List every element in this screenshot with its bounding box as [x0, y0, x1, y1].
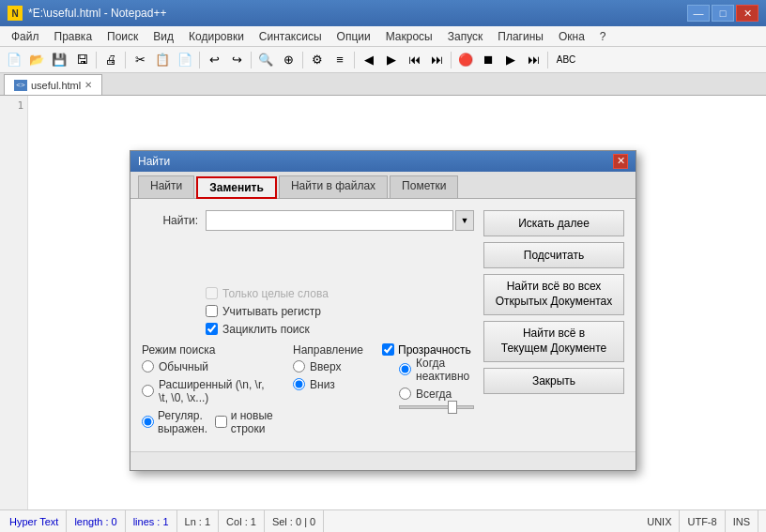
tab-label: useful.html [31, 80, 81, 91]
minimize-button[interactable]: — [687, 5, 710, 22]
menu-windows[interactable]: Окна [551, 28, 592, 45]
copy-button[interactable]: 📋 [152, 50, 173, 70]
menu-syntax[interactable]: Синтаксисы [252, 28, 329, 45]
save-button[interactable]: 💾 [49, 50, 69, 70]
find-row: Найти: ▼ [142, 210, 474, 231]
save-all-button[interactable]: 🖫 [71, 50, 92, 70]
dialog-titlebar: Найти ✕ [130, 151, 636, 172]
menu-options[interactable]: Опции [329, 28, 378, 45]
direction-up-radio[interactable] [293, 360, 305, 372]
last-button[interactable]: ⏭ [426, 50, 447, 70]
close-dialog-button[interactable]: Закрыть [483, 368, 624, 394]
dialog-tab-replace[interactable]: Заменить [196, 176, 277, 199]
search-extended-row: Расширенный (\n, \r, \t, \0, \x...) [142, 378, 274, 404]
dialog-content: Найти: ▼ Только целые слова [130, 199, 636, 451]
dialog-close-button[interactable]: ✕ [613, 154, 628, 169]
whole-words-row: Только целые слова [206, 287, 474, 300]
first-button[interactable]: ⏮ [404, 50, 424, 70]
undo-button[interactable]: ↩ [204, 50, 224, 70]
transparency-slider-track [399, 405, 474, 409]
prev-button[interactable]: ◀ [359, 50, 379, 70]
direction-title: Направление [293, 343, 363, 357]
menu-search[interactable]: Поиск [100, 28, 146, 45]
close-button[interactable]: ✕ [736, 5, 758, 22]
menu-view[interactable]: Вид [146, 28, 181, 45]
menu-bar: Файл Правка Поиск Вид Кодировки Синтакси… [0, 26, 766, 47]
toolbar-sep-7 [451, 52, 452, 68]
find-dropdown-button[interactable]: ▼ [455, 210, 474, 231]
new-file-button[interactable]: 📄 [4, 50, 24, 70]
toolbar-sep-3 [199, 52, 200, 68]
search-extended-radio[interactable] [142, 385, 154, 397]
paste-button[interactable]: 📄 [175, 50, 195, 70]
zoom-button[interactable]: ⊕ [278, 50, 299, 70]
search-next-button[interactable]: Искать далее [483, 210, 624, 236]
record-button[interactable]: 🔴 [455, 50, 476, 70]
menu-macros[interactable]: Макросы [378, 28, 440, 45]
toolbar-sep-1 [96, 52, 97, 68]
find-input[interactable] [206, 210, 453, 231]
dialog-tab-find-in-files[interactable]: Найти в файлах [279, 175, 388, 198]
run-macro-button[interactable]: ⏭ [523, 50, 544, 70]
toolbar-sep-5 [302, 52, 303, 68]
search-mode-group: Режим поиска Обычный Расширенный (\n, \r… [142, 343, 274, 440]
count-button[interactable]: Подсчитать [483, 242, 624, 268]
search-normal-label: Обычный [159, 360, 208, 373]
transparency-checkbox[interactable] [382, 343, 394, 356]
direction-down-row: Вниз [293, 378, 363, 391]
search-normal-radio[interactable] [142, 360, 154, 372]
menu-encoding[interactable]: Кодировки [181, 28, 252, 45]
menu-file[interactable]: Файл [4, 28, 47, 45]
toolbar-sep-2 [125, 52, 126, 68]
new-lines-checkbox[interactable] [215, 416, 227, 428]
sync-button[interactable]: ⚙ [307, 50, 328, 70]
direction-up-label: Вверх [310, 360, 341, 373]
find-button[interactable]: 🔍 [255, 50, 276, 70]
html-icon: <> [14, 80, 27, 91]
wrap-around-label: Зациклить поиск [222, 323, 310, 336]
menu-plugins[interactable]: Плагины [490, 28, 551, 45]
dialog-tab-marks[interactable]: Пометки [390, 175, 458, 198]
cut-button[interactable]: ✂ [130, 50, 150, 70]
wrap-button[interactable]: ≡ [329, 50, 350, 70]
wrap-around-row: Зациклить поиск [206, 323, 474, 336]
options-section: Режим поиска Обычный Расширенный (\n, \r… [142, 343, 474, 440]
transparency-inactive-radio[interactable] [399, 363, 411, 375]
next-button[interactable]: ▶ [381, 50, 402, 70]
transparency-title: Прозрачность [398, 343, 471, 357]
menu-edit[interactable]: Правка [47, 28, 100, 45]
editor-wrapper: 1 Найти ✕ Найти Заменить Найти в файлах … [0, 96, 766, 509]
match-case-checkbox[interactable] [206, 305, 218, 317]
status-bar: Hyper Text length : 0 lines : 1 Ln : 1 C… [0, 509, 766, 532]
play-macro-button[interactable]: ▶ [500, 50, 521, 70]
find-input-wrap: ▼ [206, 210, 474, 231]
transparency-slider-thumb[interactable] [448, 401, 457, 414]
open-file-button[interactable]: 📂 [26, 50, 47, 70]
whole-words-checkbox[interactable] [206, 287, 218, 299]
wrap-around-checkbox[interactable] [206, 323, 218, 335]
abc-button[interactable]: ABC [552, 50, 580, 70]
dialog-left-panel: Найти: ▼ Только целые слова [142, 210, 474, 440]
find-all-open-button[interactable]: Найти всё во всех Открытых Документах [483, 274, 624, 315]
stop-record-button[interactable]: ⏹ [478, 50, 498, 70]
dialog-tab-find[interactable]: Найти [138, 175, 194, 198]
print-button[interactable]: 🖨 [100, 50, 121, 70]
search-regex-radio[interactable] [142, 416, 154, 428]
tab-useful-html[interactable]: <> useful.html ✕ [4, 74, 102, 95]
menu-help[interactable]: ? [592, 28, 614, 45]
maximize-button[interactable]: □ [712, 5, 734, 22]
menu-run[interactable]: Запуск [440, 28, 491, 45]
transparency-always-radio[interactable] [399, 388, 411, 400]
redo-button[interactable]: ↪ [226, 50, 247, 70]
new-lines-label: и новые строки [231, 409, 274, 435]
search-mode-title: Режим поиска [142, 343, 274, 357]
tab-close-button[interactable]: ✕ [84, 80, 92, 90]
search-normal-row: Обычный [142, 360, 274, 373]
find-dialog: Найти ✕ Найти Заменить Найти в файлах По… [130, 150, 636, 471]
direction-group: Направление Вверх Вниз [293, 343, 363, 440]
transparency-inactive-label: Когда неактивно [416, 357, 474, 383]
direction-down-radio[interactable] [293, 378, 305, 390]
dialog-tabs: Найти Заменить Найти в файлах Пометки [130, 172, 636, 199]
transparency-always-row: Всегда [399, 388, 474, 401]
find-all-current-button[interactable]: Найти всё в Текущем Документе [483, 321, 624, 362]
